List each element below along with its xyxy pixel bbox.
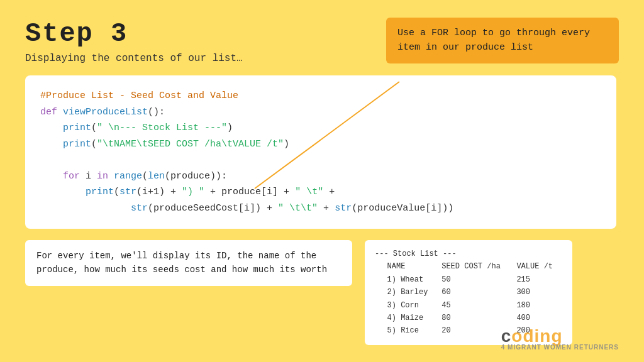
table-row: 1) Wheat 50 215 — [375, 273, 562, 286]
code-line-3: print(" \n--- Stock List ---") — [40, 120, 601, 136]
code-line-4: print("\tNAME\tSEED COST /ha\tVALUE /t") — [40, 136, 601, 153]
tooltip-box: Use a FOR loop to go through every item … — [386, 18, 619, 63]
tooltip-text: Use a FOR loop to go through every item … — [397, 28, 590, 53]
code-print-2: print — [63, 139, 91, 150]
code-function-name: viewProduceList — [63, 107, 148, 118]
description-box: For every item, we'll display its ID, th… — [25, 240, 352, 286]
output-header: --- Stock List --- — [375, 248, 562, 260]
table-row: 2) Barley 60 300 — [375, 286, 562, 299]
code-comment: #Produce List - Seed Cost and Value — [40, 90, 238, 101]
code-print-1: print — [63, 123, 91, 133]
code-line-6: print(str(i+1) + ") " + produce[i] + " \… — [40, 184, 601, 200]
output-col-header: NAME SEED COST /ha VALUE /t — [375, 260, 562, 273]
code-line-5: for i in range(len(produce)): — [40, 168, 601, 185]
code-def-keyword: def — [40, 107, 63, 118]
table-row: 4) Maize 80 400 — [375, 312, 562, 324]
watermark: coding 4 MIGRANT WOMEN RETURNERS — [501, 326, 619, 351]
code-block: #Produce List - Seed Cost and Value def … — [25, 75, 616, 229]
code-line-2: def viewProduceList(): — [40, 104, 601, 121]
code-line-7: str(produceSeedCost[i]) + " \t\t" + str(… — [40, 200, 601, 217]
code-line-1: #Produce List - Seed Cost and Value — [40, 88, 601, 104]
code-line-blank — [40, 152, 601, 168]
table-row: 3) Corn 45 180 — [375, 299, 562, 312]
code-for-keyword: for — [63, 171, 86, 182]
main-container: Step 3 Displaying the contents of our li… — [0, 0, 644, 362]
